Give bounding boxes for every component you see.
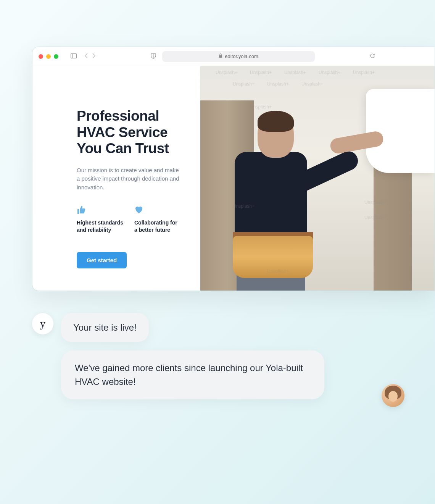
- watermark-text: Unsplash+: [284, 70, 306, 75]
- hero-description: Our mission is to create value and make …: [77, 166, 181, 192]
- yola-avatar: y: [32, 313, 53, 334]
- sidebar-toggle-icon[interactable]: [71, 53, 77, 60]
- chat-area: y Your site is live! We've gained more c…: [32, 313, 382, 399]
- feature-standards: Highest standards and reliability: [77, 205, 124, 234]
- browser-toolbar: editor.yola.com: [32, 47, 435, 66]
- watermark-text: Unsplash+: [250, 104, 272, 110]
- watermark-text: Unsplash+: [233, 81, 255, 87]
- refresh-icon[interactable]: [370, 53, 375, 60]
- feature-collaborating: Collaborating for a better future: [134, 205, 181, 234]
- yola-logo: y: [40, 318, 45, 330]
- forward-button[interactable]: [92, 53, 96, 60]
- watermark-text: Unsplash+: [364, 200, 386, 205]
- watermark-text: Unsplash+: [267, 268, 289, 274]
- features-row: Highest standards and reliability Collab…: [77, 205, 181, 234]
- watermark-text: Unsplash+: [319, 70, 340, 75]
- watermark-text: Unsplash+: [250, 70, 272, 75]
- hero-title: Professional HVAC Service You Can Trust: [77, 108, 181, 157]
- chat-bubble-system: Your site is live!: [61, 313, 149, 342]
- chat-bubble-testimonial: We've gained more clients since launchin…: [61, 351, 324, 399]
- url-text: editor.yola.com: [225, 53, 258, 59]
- minimize-window-button[interactable]: [46, 54, 51, 59]
- page-content: Professional HVAC Service You Can Trust …: [32, 66, 435, 291]
- window-controls: [39, 54, 58, 59]
- watermark-text: Unsplash+: [233, 204, 255, 209]
- watermark-text: Unsplash+: [364, 215, 386, 220]
- svg-rect-2: [219, 55, 222, 58]
- maximize-window-button[interactable]: [54, 54, 58, 59]
- hero-image: Unsplash+ Unsplash+ Unsplash+ Unsplash+ …: [200, 66, 435, 291]
- close-window-button[interactable]: [39, 54, 43, 59]
- get-started-button[interactable]: Get started: [77, 252, 127, 268]
- feature-text: Highest standards and reliability: [77, 219, 124, 234]
- privacy-shield-icon[interactable]: [151, 53, 156, 60]
- watermark-text: Unsplash+: [301, 81, 323, 87]
- watermark-text: Unsplash+: [267, 81, 289, 87]
- address-bar[interactable]: editor.yola.com: [162, 51, 315, 62]
- back-button[interactable]: [84, 53, 88, 60]
- watermark-text: Unsplash+: [353, 70, 375, 75]
- chat-row-yola: y Your site is live!: [32, 313, 382, 342]
- chat-row-user: We've gained more clients since launchin…: [32, 351, 382, 399]
- user-avatar: [382, 384, 404, 407]
- browser-window: editor.yola.com Professional HVAC Servic…: [32, 47, 435, 291]
- watermark-text: Unsplash+: [216, 70, 237, 75]
- thumbs-up-icon: [77, 205, 124, 214]
- hero-panel: Professional HVAC Service You Can Trust …: [32, 66, 200, 291]
- lock-icon: [219, 53, 222, 59]
- nav-arrows: [84, 53, 96, 60]
- heart-icon: [134, 205, 181, 214]
- feature-text: Collaborating for a better future: [134, 219, 181, 234]
- svg-rect-0: [71, 53, 77, 58]
